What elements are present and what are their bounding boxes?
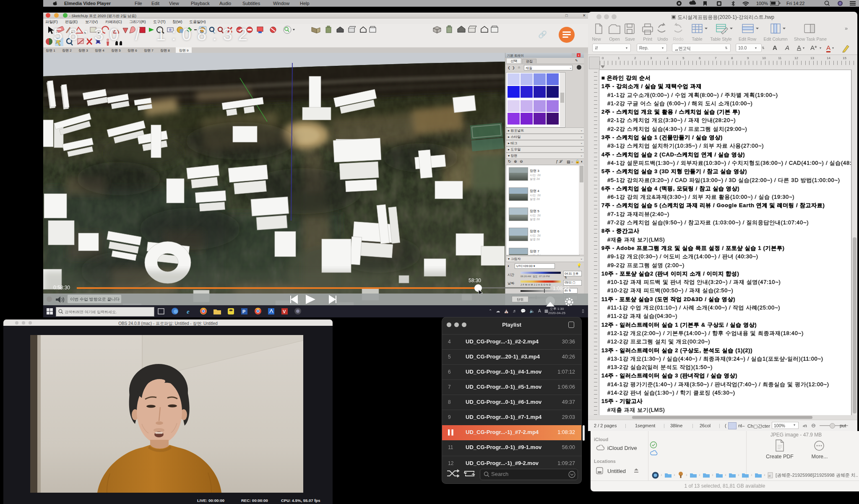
svg-text:V: V <box>283 309 286 314</box>
svg-text:ai: ai <box>768 474 771 477</box>
svg-text:P: P <box>242 309 245 314</box>
svg-text:e: e <box>187 308 190 315</box>
svg-text:»: » <box>845 25 848 31</box>
